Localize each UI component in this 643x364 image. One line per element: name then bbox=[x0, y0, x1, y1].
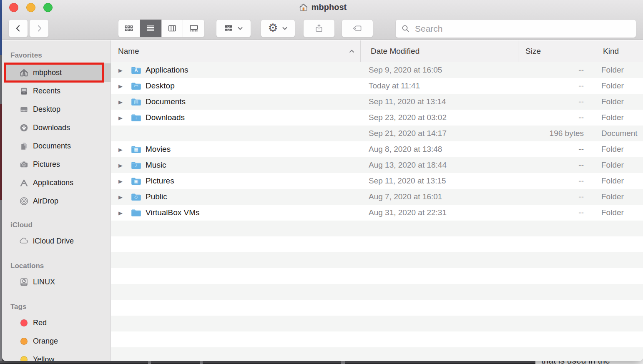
disclosure-triangle-icon[interactable]: ▶ bbox=[118, 178, 125, 184]
sidebar-item-label: AirDrop bbox=[33, 197, 58, 206]
tag-circle-icon bbox=[19, 318, 29, 328]
chevron-right-icon bbox=[35, 24, 44, 33]
disclosure-triangle-icon[interactable]: ▶ bbox=[118, 67, 125, 73]
background-window-divider bbox=[148, 361, 151, 364]
list-header: Name Date Modified Size Kind bbox=[111, 40, 643, 62]
sidebar-section-tags: Tags bbox=[10, 302, 26, 312]
chevron-down-icon bbox=[237, 25, 244, 32]
sidebar-item-label: Yellow bbox=[33, 355, 54, 361]
column-view-button[interactable] bbox=[162, 20, 183, 37]
table-row-public[interactable]: ▶ ◇ Public Aug 7, 2020 at 16:01 -- Folde… bbox=[111, 189, 643, 205]
folder-icon: ▤ bbox=[131, 98, 141, 106]
background-window-divider bbox=[341, 361, 345, 364]
table-row-virtualbox-vms[interactable]: ▶ VirtualBox VMs Aug 31, 2020 at 22:31 -… bbox=[111, 205, 643, 221]
folder-icon: ◇ bbox=[131, 193, 141, 201]
chevron-left-icon bbox=[14, 24, 23, 33]
zoom-button[interactable] bbox=[43, 3, 53, 12]
icon-view-button[interactable] bbox=[118, 20, 140, 37]
cloud-icon bbox=[19, 236, 29, 246]
disclosure-triangle-icon[interactable]: ▶ bbox=[118, 115, 125, 120]
forward-button[interactable] bbox=[29, 19, 49, 38]
column-header-kind[interactable]: Kind bbox=[594, 40, 643, 62]
finder-window: mbphost bbox=[2, 0, 643, 361]
group-button[interactable] bbox=[216, 19, 251, 38]
disclosure-triangle-icon[interactable]: ▶ bbox=[118, 210, 125, 216]
folder-icon: ▦ bbox=[131, 145, 141, 153]
chevron-down-icon bbox=[281, 25, 288, 32]
window-title-text: mbphost bbox=[311, 3, 347, 12]
table-row-movies[interactable]: ▶ ▦ Movies Aug 8, 2020 at 13:48 -- Folde… bbox=[111, 141, 643, 157]
share-icon bbox=[314, 23, 324, 33]
column-header-size[interactable]: Size bbox=[518, 40, 594, 62]
tag-circle-icon bbox=[19, 336, 29, 346]
group-by-icon bbox=[224, 23, 234, 33]
search-icon bbox=[401, 24, 411, 34]
sidebar-item-label: Recents bbox=[33, 87, 60, 95]
file-list: Name Date Modified Size Kind ▶ A Applica… bbox=[111, 40, 643, 361]
gallery-view-icon bbox=[189, 23, 199, 33]
sidebar-item-label: Orange bbox=[33, 337, 58, 346]
sidebar-section-favorites: Favorites bbox=[10, 50, 42, 60]
sidebar-item-label: Desktop bbox=[33, 105, 60, 114]
disclosure-triangle-icon[interactable]: ▶ bbox=[118, 146, 125, 152]
share-button[interactable] bbox=[303, 19, 335, 38]
list-view-icon bbox=[146, 23, 156, 33]
search-field[interactable] bbox=[395, 19, 636, 38]
sidebar-item-label: Applications bbox=[33, 178, 73, 187]
table-row-desktop[interactable]: ▶ ▭ Desktop Today at 11:41 -- Folder bbox=[111, 78, 643, 94]
folder-icon bbox=[131, 208, 141, 217]
disk-icon bbox=[19, 277, 29, 287]
table-row-pictures[interactable]: ▶ ▣ Pictures Sep 11, 2020 at 13:15 -- Fo… bbox=[111, 173, 643, 189]
sidebar-item-label: LINUX bbox=[33, 278, 55, 286]
search-input[interactable] bbox=[414, 23, 631, 34]
gallery-view-button[interactable] bbox=[183, 20, 204, 37]
table-row-music[interactable]: ▶ ♪ Music Aug 13, 2020 at 18:44 -- Folde… bbox=[111, 157, 643, 173]
disclosure-triangle-icon[interactable]: ▶ bbox=[118, 99, 125, 105]
table-row-downloads[interactable]: ▶ ↓ Downloads Sep 23, 2020 at 03:02 -- F… bbox=[111, 110, 643, 126]
column-view-icon bbox=[167, 23, 177, 33]
column-header-date-modified[interactable]: Date Modified bbox=[360, 40, 518, 62]
back-button[interactable] bbox=[8, 19, 28, 38]
sidebar-item-label: Pictures bbox=[33, 160, 60, 169]
grid-view-icon bbox=[124, 23, 134, 33]
column-header-name[interactable]: Name bbox=[111, 40, 360, 62]
action-button[interactable]: ⚙ bbox=[261, 19, 295, 38]
pictures-icon bbox=[19, 159, 29, 169]
folder-icon: A bbox=[131, 66, 141, 74]
applications-icon bbox=[19, 178, 29, 188]
list-view-button[interactable] bbox=[140, 20, 162, 37]
list-rows: ▶ A Applications Sep 9, 2020 at 16:05 --… bbox=[111, 62, 643, 361]
documents-icon bbox=[19, 141, 29, 151]
disclosure-triangle-icon[interactable]: ▶ bbox=[118, 83, 125, 89]
folder-icon: ♪ bbox=[131, 161, 141, 169]
titlebar[interactable]: mbphost bbox=[2, 0, 643, 40]
sidebar-section-icloud: iCloud bbox=[10, 220, 33, 230]
folder-icon: ▣ bbox=[131, 177, 141, 185]
tag-icon bbox=[352, 23, 363, 33]
table-row-applications[interactable]: ▶ A Applications Sep 9, 2020 at 16:05 --… bbox=[111, 62, 643, 78]
sort-ascending-icon bbox=[349, 49, 355, 54]
sidebar-item-label: mbphost bbox=[33, 68, 62, 77]
folder-icon: ▭ bbox=[131, 82, 141, 90]
sidebar-item-label: iCloud Drive bbox=[33, 237, 74, 246]
background-window-divider bbox=[200, 361, 203, 364]
sidebar-section-locations: Locations bbox=[10, 261, 44, 271]
sidebar-item-label: Documents bbox=[33, 142, 71, 151]
view-mode-segmented-control bbox=[118, 19, 205, 38]
sidebar-item-label: Downloads bbox=[33, 123, 70, 132]
minimize-button[interactable] bbox=[26, 3, 35, 12]
disclosure-triangle-icon[interactable]: ▶ bbox=[118, 194, 125, 200]
close-button[interactable] bbox=[9, 3, 18, 12]
recents-icon bbox=[19, 86, 29, 96]
table-row-unnamed-document[interactable]: ▶ Sep 21, 2020 at 14:17 196 bytes Docume… bbox=[111, 126, 643, 141]
sidebar-item-label: Red bbox=[33, 319, 47, 327]
tag-button[interactable] bbox=[342, 19, 373, 38]
home-icon bbox=[299, 3, 308, 12]
disclosure-triangle-icon[interactable]: ▶ bbox=[118, 162, 125, 168]
folder-icon: ↓ bbox=[131, 113, 141, 122]
downloads-icon bbox=[19, 123, 29, 133]
tag-circle-icon bbox=[19, 354, 29, 361]
home-icon bbox=[19, 68, 29, 78]
table-row-documents[interactable]: ▶ ▤ Documents Sep 11, 2020 at 13:14 -- F… bbox=[111, 94, 643, 110]
airdrop-icon bbox=[19, 196, 29, 206]
